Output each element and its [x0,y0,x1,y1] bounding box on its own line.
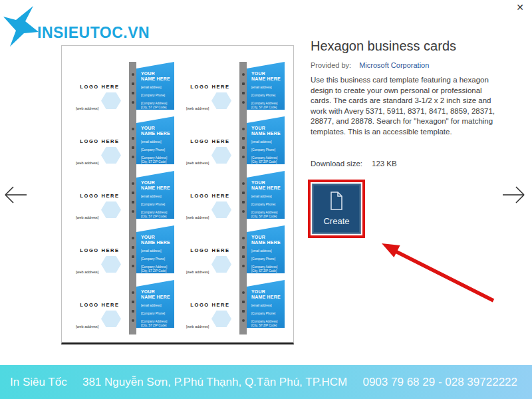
download-size-value: 123 KB [372,160,397,168]
arrow-left-icon [1,181,29,209]
next-template-button[interactable] [500,181,528,209]
hexagon-icon [101,92,121,109]
card-fold-shadow [247,110,257,115]
create-button[interactable]: Create [312,184,361,234]
card-logo-text: LOGO HERE [70,247,129,253]
template-description: Use this business card template featurin… [311,75,503,137]
card-name-line1: YOUR [251,180,282,186]
card-phone: [Company Phone] [141,94,172,98]
card-fold-shadow [136,164,147,170]
card-blue-banner: YOUR NAME HERE [email address] [Company … [136,62,174,110]
person-icon [242,128,245,130]
card-name-line2: NAME HERE [251,240,282,245]
person-icon [132,73,134,76]
site-logo: INSIEUTOC.VN [3,3,150,51]
business-card-preview: LOGO HERE [web address] YOUR NAME HERE [… [181,62,285,116]
card-name-line1: YOUR [141,289,172,295]
footer-address: 381 Nguyễn Sơn, P.Phú Thạnh, Q.Tân Phú, … [82,376,347,389]
card-logo-text: LOGO HERE [70,302,129,308]
card-name-line2: NAME HERE [141,76,172,82]
hexagon-icon [101,256,121,273]
email-icon [132,82,134,85]
phone-icon [132,92,134,94]
card-name-line1: YOUR [141,126,172,131]
phone-icon [242,310,245,313]
star-logo-icon [3,3,41,51]
card-email: [email address] [251,86,282,90]
location-icon [132,265,134,267]
card-name-line2: NAME HERE [251,186,282,191]
download-size-row: Download size:123 KB [311,160,397,168]
person-icon [132,182,134,185]
card-name-line1: YOUR [251,289,282,295]
card-logo-text: LOGO HERE [181,302,239,308]
phone-icon [242,92,245,94]
card-name-line1: YOUR [141,235,172,240]
card-phone: [Company Phone] [251,148,282,152]
provider-link[interactable]: Microsoft Corporation [359,61,429,69]
card-icon-strip [239,171,247,225]
card-email: [email address] [141,249,172,253]
card-phone: [Company Phone] [141,257,172,261]
email-icon [242,246,245,249]
hexagon-icon [211,256,231,273]
card-web-address: [web address] [76,270,98,274]
card-address: [Company Address] [City, ST ZIP Code] [251,320,282,327]
card-web-address: [web address] [186,161,209,165]
card-email: [email address] [141,195,172,199]
phone-icon [242,201,245,203]
card-phone: [Company Phone] [141,148,172,152]
phone-icon [132,201,134,203]
business-card-preview: LOGO HERE [web address] YOUR NAME HERE [… [70,225,174,280]
card-address: [Company Address] [City, ST ZIP Code] [141,265,172,273]
card-icon-strip [129,116,136,171]
hexagon-icon [101,201,121,218]
card-logo-text: LOGO HERE [70,138,129,144]
card-phone: [Company Phone] [251,257,282,261]
card-blue-banner: YOUR NAME HERE [email address] [Company … [247,280,285,328]
card-icon-strip [129,171,136,225]
card-blue-banner: YOUR NAME HERE [email address] [Company … [247,62,285,110]
email-icon [242,137,245,140]
card-logo-text: LOGO HERE [181,193,239,199]
download-size-label: Download size: [311,160,362,168]
person-icon [132,237,134,239]
card-blue-banner: YOUR NAME HERE [email address] [Company … [136,225,174,273]
card-blue-banner: YOUR NAME HERE [email address] [Company … [136,280,174,328]
card-logo-text: LOGO HERE [181,138,239,144]
card-email: [email address] [251,304,282,308]
card-logo-text: LOGO HERE [70,193,129,199]
card-fold-shadow [136,110,147,115]
card-icon-strip [239,225,247,280]
card-icon-strip [129,225,136,280]
close-icon[interactable]: ✕ [516,3,524,12]
footer-bar: In Siêu Tốc 381 Nguyễn Sơn, P.Phú Thạnh,… [0,365,532,399]
card-logo-text: LOGO HERE [70,84,129,90]
template-sheet-grid: LOGO HERE [web address] YOUR NAME HERE [… [62,46,293,334]
card-fold-shadow [247,219,257,224]
card-address: [Company Address] [City, ST ZIP Code] [141,320,172,327]
business-card-preview: LOGO HERE [web address] YOUR NAME HERE [… [181,280,285,334]
card-web-address: [web address] [76,106,98,110]
email-icon [132,192,134,194]
card-logo-text: LOGO HERE [181,247,239,253]
location-icon [242,319,245,322]
card-phone: [Company Phone] [251,94,282,98]
previous-template-button[interactable] [1,181,29,209]
card-name-line1: YOUR [141,180,172,186]
email-icon [132,246,134,249]
business-card-preview: LOGO HERE [web address] YOUR NAME HERE [… [181,225,285,280]
card-email: [email address] [141,304,172,308]
phone-icon [132,255,134,258]
arrow-right-icon [500,181,528,209]
business-card-preview: LOGO HERE [web address] YOUR NAME HERE [… [181,116,285,171]
location-icon [242,156,245,158]
hexagon-icon [211,92,231,109]
card-blue-banner: YOUR NAME HERE [email address] [Company … [136,171,174,219]
hexagon-icon [211,147,231,164]
create-button-label: Create [323,216,349,226]
card-icon-strip [239,62,247,116]
hexagon-icon [101,147,121,164]
document-icon [329,192,344,212]
card-address: [Company Address] [City, ST ZIP Code] [251,156,282,164]
